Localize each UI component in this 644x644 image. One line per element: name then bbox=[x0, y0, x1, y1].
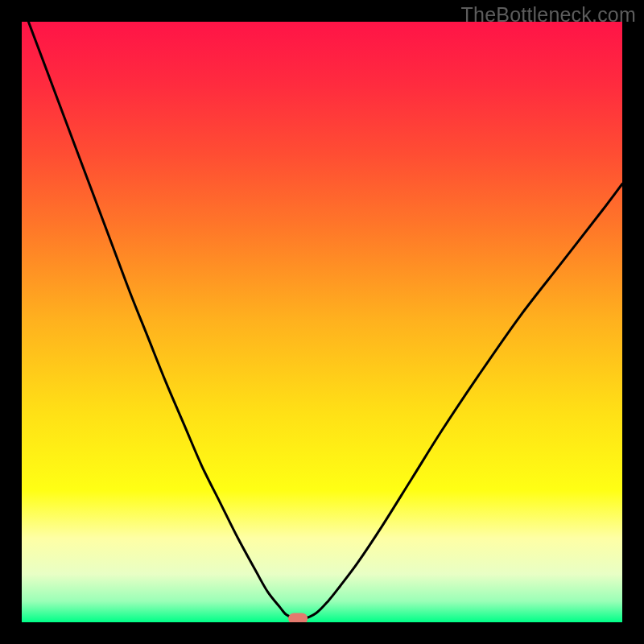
bottleneck-curve-chart bbox=[22, 22, 622, 622]
gradient-background bbox=[22, 22, 622, 622]
plot-area bbox=[22, 22, 622, 622]
watermark-text: TheBottleneck.com bbox=[461, 3, 636, 27]
chart-frame: TheBottleneck.com bbox=[0, 0, 644, 644]
optimal-point-marker bbox=[288, 613, 308, 622]
